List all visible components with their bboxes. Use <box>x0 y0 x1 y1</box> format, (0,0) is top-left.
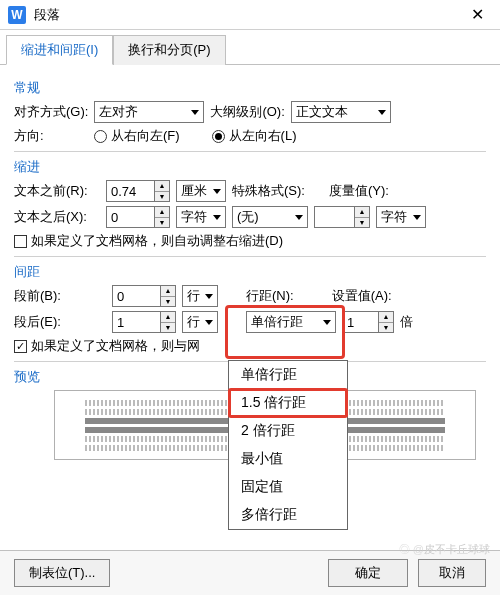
watermark: ◎ @皮不卡丘球球 <box>399 542 490 557</box>
line-spacing-label: 行距(N): <box>246 287 294 305</box>
measure-input[interactable]: ▲▼ <box>314 206 370 228</box>
chevron-down-icon <box>323 320 331 325</box>
indent-after-label: 文本之后(X): <box>14 208 100 226</box>
indent-before-label: 文本之前(R): <box>14 182 100 200</box>
special-format-label: 特殊格式(S): <box>232 182 305 200</box>
dropdown-option[interactable]: 多倍行距 <box>229 501 347 529</box>
before-para-input[interactable]: 0 ▲▼ <box>112 285 176 307</box>
spin-up-icon[interactable]: ▲ <box>161 286 175 297</box>
indent-after-input[interactable]: 0 ▲▼ <box>106 206 170 228</box>
section-general: 常规 <box>14 79 486 97</box>
snap-grid-label: 如果定义了文档网格，则与网 <box>31 337 200 355</box>
indent-before-value: 0.74 <box>106 180 154 202</box>
spin-up-icon[interactable]: ▲ <box>155 207 169 218</box>
tab-line-pagebreak[interactable]: 换行和分页(P) <box>113 35 225 65</box>
section-spacing: 间距 <box>14 263 486 281</box>
auto-adjust-label: 如果定义了文档网格，则自动调整右缩进(D) <box>31 232 283 250</box>
chevron-down-icon <box>191 110 199 115</box>
ok-button[interactable]: 确定 <box>328 559 408 587</box>
auto-adjust-checkbox[interactable]: 如果定义了文档网格，则自动调整右缩进(D) <box>14 232 283 250</box>
chevron-down-icon <box>213 215 221 220</box>
close-icon[interactable]: ✕ <box>462 5 492 24</box>
spin-down-icon[interactable]: ▼ <box>355 218 369 228</box>
spin-up-icon[interactable]: ▲ <box>155 181 169 192</box>
dropdown-option[interactable]: 固定值 <box>229 473 347 501</box>
radio-icon <box>212 130 225 143</box>
chevron-down-icon <box>378 110 386 115</box>
align-label: 对齐方式(G): <box>14 103 88 121</box>
measure-label: 度量值(Y): <box>329 182 389 200</box>
chevron-down-icon <box>295 215 303 220</box>
radio-rtl-label: 从右向左(F) <box>111 127 180 145</box>
tabs: 缩进和间距(I) 换行和分页(P) <box>0 30 500 65</box>
cancel-button[interactable]: 取消 <box>418 559 486 587</box>
dropdown-option[interactable]: 2 倍行距 <box>229 417 347 445</box>
set-value-input[interactable]: 1 ▲▼ <box>342 311 394 333</box>
spin-down-icon[interactable]: ▼ <box>161 323 175 333</box>
spin-up-icon[interactable]: ▲ <box>161 312 175 323</box>
special-format-select[interactable]: (无) <box>232 206 308 228</box>
dropdown-option[interactable]: 单倍行距 <box>229 361 347 389</box>
after-para-label: 段后(E): <box>14 313 74 331</box>
line-spacing-select[interactable]: 单倍行距 <box>246 311 336 333</box>
spin-down-icon[interactable]: ▼ <box>379 323 393 333</box>
after-para-unit[interactable]: 行 <box>182 311 218 333</box>
indent-before-unit[interactable]: 厘米 <box>176 180 226 202</box>
dropdown-option[interactable]: 最小值 <box>229 445 347 473</box>
checkbox-icon: ✓ <box>14 340 27 353</box>
spin-down-icon[interactable]: ▼ <box>155 192 169 202</box>
align-value: 左对齐 <box>99 103 138 121</box>
set-value-label: 设置值(A): <box>332 287 392 305</box>
measure-unit[interactable]: 字符 <box>376 206 426 228</box>
radio-rtl[interactable]: 从右向左(F) <box>94 127 180 145</box>
snap-grid-checkbox[interactable]: ✓ 如果定义了文档网格，则与网 <box>14 337 200 355</box>
chevron-down-icon <box>205 320 213 325</box>
align-select[interactable]: 左对齐 <box>94 101 204 123</box>
spin-down-icon[interactable]: ▼ <box>155 218 169 228</box>
direction-label: 方向: <box>14 127 88 145</box>
chevron-down-icon <box>413 215 421 220</box>
outline-label: 大纲级别(O): <box>210 103 284 121</box>
tabstops-button[interactable]: 制表位(T)... <box>14 559 110 587</box>
indent-after-unit[interactable]: 字符 <box>176 206 226 228</box>
section-indent: 缩进 <box>14 158 486 176</box>
spin-up-icon[interactable]: ▲ <box>355 207 369 218</box>
chevron-down-icon <box>213 189 221 194</box>
spin-down-icon[interactable]: ▼ <box>161 297 175 307</box>
after-para-input[interactable]: 1 ▲▼ <box>112 311 176 333</box>
radio-icon <box>94 130 107 143</box>
radio-ltr[interactable]: 从左向右(L) <box>212 127 297 145</box>
radio-ltr-label: 从左向右(L) <box>229 127 297 145</box>
app-logo: W <box>8 6 26 24</box>
line-spacing-dropdown: 单倍行距 1.5 倍行距 2 倍行距 最小值 固定值 多倍行距 <box>228 360 348 530</box>
set-value-unit: 倍 <box>400 313 413 331</box>
window-title: 段落 <box>34 6 462 24</box>
titlebar: W 段落 ✕ <box>0 0 500 30</box>
spin-up-icon[interactable]: ▲ <box>379 312 393 323</box>
outline-value: 正文文本 <box>296 103 348 121</box>
before-para-unit[interactable]: 行 <box>182 285 218 307</box>
checkbox-icon <box>14 235 27 248</box>
dropdown-option-highlighted[interactable]: 1.5 倍行距 <box>228 388 348 418</box>
before-para-label: 段前(B): <box>14 287 74 305</box>
indent-after-value: 0 <box>106 206 154 228</box>
tab-indent-spacing[interactable]: 缩进和间距(I) <box>6 35 113 65</box>
outline-select[interactable]: 正文文本 <box>291 101 391 123</box>
chevron-down-icon <box>205 294 213 299</box>
indent-before-input[interactable]: 0.74 ▲▼ <box>106 180 170 202</box>
